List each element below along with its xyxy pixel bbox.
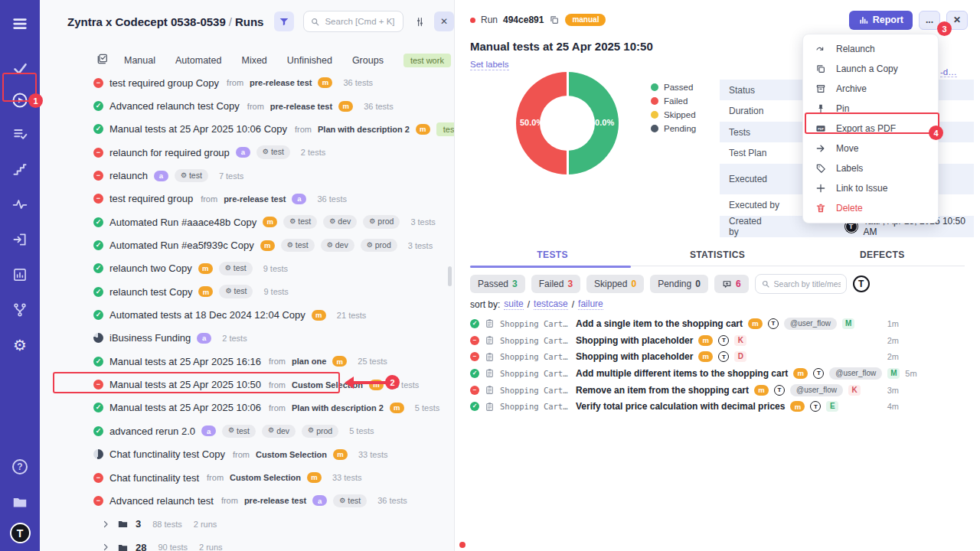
run-list-item[interactable]: ✓Automated tests at 18 Dec 2024 12:04 Co…: [40, 303, 454, 326]
run-from-source: Plan with description 2: [292, 403, 384, 412]
run-list-item[interactable]: ✓Automated Run #ea5f939c Copym⚙test⚙dev⚙…: [40, 233, 454, 256]
gear-icon: ⚙: [369, 217, 375, 227]
runs-play-icon[interactable]: [6, 87, 34, 113]
run-list-item[interactable]: −Manual tests at 25 Apr 2025 10:50fromCu…: [40, 373, 454, 396]
sort-row: sort by: suite/testcase/failure: [470, 298, 603, 310]
menu-icon[interactable]: [6, 11, 34, 37]
test-row[interactable]: ✓Shopping Cart…Add a single item to the …: [470, 315, 899, 332]
filter-chip-pending[interactable]: Pending0: [650, 275, 708, 293]
run-list-item[interactable]: ✓Manual tests at 25 Apr 2025 16:16frompl…: [40, 350, 454, 373]
check-icon[interactable]: [6, 55, 34, 81]
test-type-badge: m: [754, 385, 769, 396]
menu-item-move[interactable]: Move: [803, 139, 938, 158]
filter-chip-skipped[interactable]: Skipped0: [586, 275, 644, 293]
runs-search[interactable]: [303, 11, 403, 32]
select-all-icon[interactable]: [96, 53, 109, 68]
help-icon[interactable]: ?: [6, 454, 34, 480]
test-row[interactable]: −Shopping Cart…Remove an item from the s…: [470, 382, 899, 399]
test-row[interactable]: ✓Shopping Cart…Verify total price calcul…: [470, 398, 899, 415]
filter-chip-passed[interactable]: Passed3: [470, 275, 525, 293]
test-title: Shopping with placeholder: [576, 335, 693, 346]
menu-item-export-as-pdf[interactable]: PDFExport as PDF: [803, 119, 938, 139]
test-status-passed-icon: ✓: [470, 319, 479, 328]
run-list-item[interactable]: −test required group Copyfrompre-release…: [40, 71, 454, 94]
tab-automated[interactable]: Automated: [175, 55, 221, 66]
test-row[interactable]: ✓Shopping Cart…Add multiple different it…: [470, 365, 899, 382]
test-suite: Shopping Cart…: [500, 386, 570, 395]
copy-icon[interactable]: [549, 15, 560, 25]
user-avatar[interactable]: T: [10, 523, 31, 543]
folder-row[interactable]: 388 tests2 runs: [40, 513, 454, 536]
sort-option-failure[interactable]: failure: [578, 298, 603, 310]
tests-search[interactable]: [755, 274, 847, 294]
folder-row[interactable]: 2890 tests2 runs: [40, 536, 454, 551]
avatar: T: [718, 335, 729, 346]
run-list-item[interactable]: Chat functinality test CopyfromCustom Se…: [40, 443, 454, 466]
run-list-item[interactable]: −relaunch for required groupa⚙test2 test…: [40, 141, 454, 164]
test-cases-icon[interactable]: [6, 121, 34, 147]
projects-folder-icon[interactable]: [6, 489, 34, 515]
run-list-item[interactable]: ✓relaunch two Copym⚙test9 tests: [40, 257, 454, 280]
settings-gear-icon[interactable]: ⚙: [6, 332, 34, 358]
run-list-item[interactable]: ✓Manual tests at 25 Apr 2025 10:06 Copyf…: [40, 118, 454, 141]
panel-close-button[interactable]: ✕: [434, 11, 454, 31]
run-title: Chat functinality test: [109, 472, 199, 484]
tests-search-input[interactable]: [774, 279, 841, 289]
run-list-item[interactable]: −test required groupfrompre-release test…: [40, 187, 454, 210]
reports-chart-icon[interactable]: [6, 262, 34, 288]
sort-option-suite[interactable]: suite: [504, 298, 523, 310]
menu-item-labels[interactable]: Labels: [803, 158, 938, 178]
menu-item-pin[interactable]: Pin: [803, 99, 938, 119]
test-status-failed-icon: −: [470, 386, 479, 395]
run-list-item[interactable]: iBusiness Fundinga2 tests: [40, 327, 454, 350]
run-list-item[interactable]: ✓relaunch test Copym⚙test9 tests: [40, 280, 454, 303]
filter-button[interactable]: [274, 11, 294, 31]
test-plan-link[interactable]: -d…: [940, 67, 957, 77]
filter-tag-chip[interactable]: test work: [403, 54, 451, 67]
breadcrumb-separator: /: [226, 15, 235, 28]
menu-item-link-to-issue[interactable]: Link to Issue: [803, 178, 938, 198]
scrollbar-thumb[interactable]: [448, 266, 452, 286]
report-button[interactable]: Report: [849, 11, 913, 30]
menu-item-delete[interactable]: Delete: [803, 198, 938, 218]
enter-icon[interactable]: [6, 227, 34, 253]
menu-item-relaunch[interactable]: Relaunch: [803, 39, 938, 59]
assignee-avatar[interactable]: T: [853, 276, 870, 292]
tab-manual[interactable]: Manual: [124, 55, 155, 66]
sort-option-testcase[interactable]: testcase: [534, 298, 568, 310]
run-list-item[interactable]: ✓advanced rerun 2.0a⚙test⚙dev⚙prod5 test…: [40, 419, 454, 442]
tab-tests[interactable]: TESTS: [470, 249, 635, 266]
test-row[interactable]: −Shopping Cart…Shopping with placeholder…: [470, 348, 899, 365]
menu-item-label: Labels: [836, 163, 863, 174]
tab-unfinished[interactable]: Unfinished: [287, 55, 332, 66]
milestone-badge: M: [842, 318, 854, 329]
tab-defects[interactable]: DEFECTS: [800, 249, 965, 266]
run-from-source: pre-release test: [250, 78, 312, 87]
tab-mixed[interactable]: Mixed: [241, 55, 266, 66]
menu-item-archive[interactable]: Archive: [803, 79, 938, 99]
run-from-source: Custom Selection: [230, 473, 301, 482]
set-labels-link[interactable]: Set labels: [470, 60, 509, 70]
run-list-item[interactable]: ✓Automated Run #aaace48b Copym⚙test⚙dev⚙…: [40, 210, 454, 233]
comment-filter-chip[interactable]: 6: [714, 275, 749, 293]
test-tag-chip: @user_flow: [790, 384, 843, 396]
view-settings-icon[interactable]: [410, 11, 430, 31]
activity-icon[interactable]: [6, 191, 34, 217]
tab-statistics[interactable]: STATISTICS: [635, 249, 799, 266]
run-list-item[interactable]: ✓Manual tests at 25 Apr 2025 10:06fromPl…: [40, 396, 454, 419]
menu-item-launch-a-copy[interactable]: Launch a Copy: [803, 59, 938, 79]
branch-icon[interactable]: [6, 297, 34, 323]
search-input[interactable]: [325, 17, 397, 26]
run-list-item[interactable]: −Chat functinality testfromCustom Select…: [40, 466, 454, 489]
more-actions-button[interactable]: ...: [919, 11, 940, 30]
detail-close-button[interactable]: ✕: [946, 11, 968, 30]
run-tests-count: 5 tests: [349, 426, 374, 435]
steps-icon[interactable]: [6, 156, 34, 182]
test-row[interactable]: −Shopping Cart…Shopping with placeholder…: [470, 332, 899, 349]
env-chip: ⚙test: [283, 215, 317, 229]
tab-groups[interactable]: Groups: [352, 55, 384, 66]
run-list-item[interactable]: −relauncha⚙test7 tests: [40, 164, 454, 187]
run-list-item[interactable]: ✓Advanced relaunch test Copyfrompre-rele…: [40, 94, 454, 117]
filter-chip-failed[interactable]: Failed3: [531, 275, 580, 293]
run-list-item[interactable]: −Advanced relaunch testfrompre-release t…: [40, 489, 454, 512]
